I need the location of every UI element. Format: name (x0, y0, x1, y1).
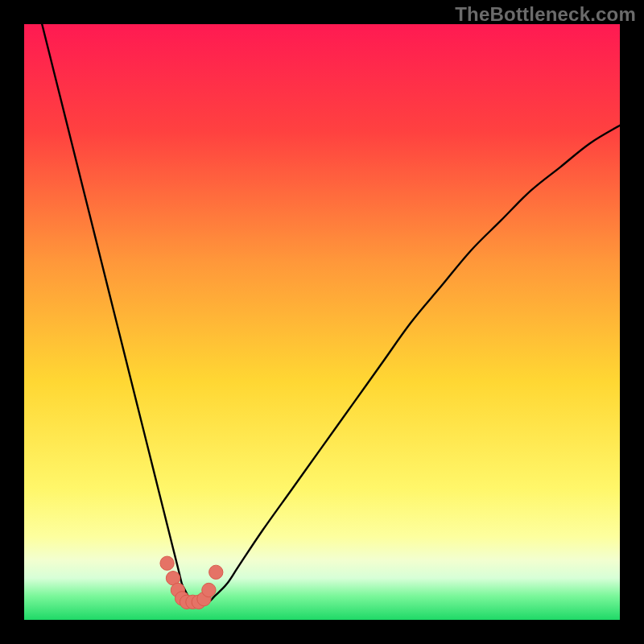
plot-area (24, 24, 620, 620)
chart-svg (24, 24, 620, 620)
datapoint-marker (202, 583, 216, 597)
datapoint-marker (209, 565, 223, 579)
datapoint-marker (160, 556, 174, 570)
chart-frame: TheBottleneck.com (0, 0, 644, 644)
gradient-background (24, 24, 620, 620)
watermark-text: TheBottleneck.com (455, 3, 636, 26)
